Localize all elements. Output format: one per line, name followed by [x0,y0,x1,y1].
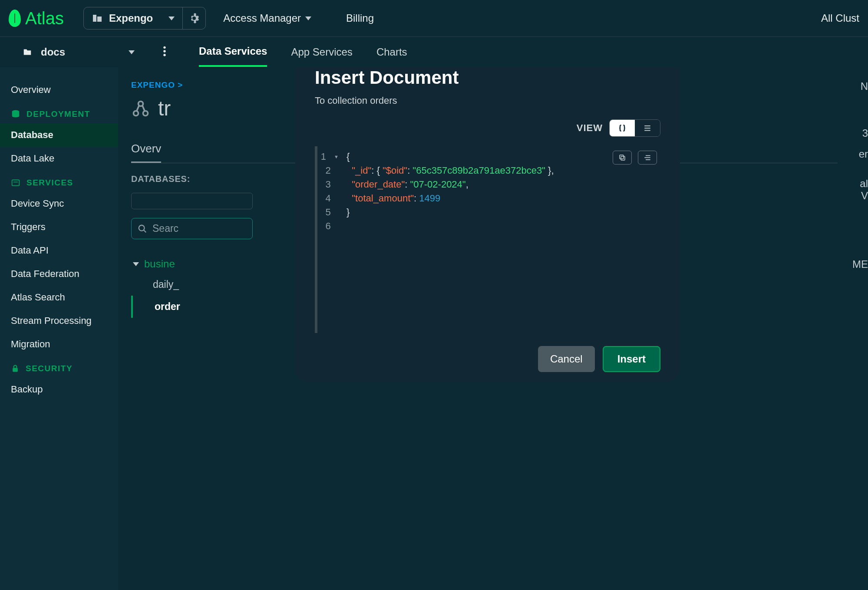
copy-icon [618,154,626,162]
sidebar-item-dataapi[interactable]: Data API [0,239,118,262]
copy-button[interactable] [613,151,632,165]
chevron-down-icon [305,16,311,20]
sidebar-item-database[interactable]: Database [0,123,118,147]
view-json-button[interactable] [610,120,635,136]
fold-icon[interactable]: ▼ [334,150,339,164]
org-inner: Expengo [84,12,161,24]
subtab-overview[interactable]: Overv [131,142,161,163]
insert-document-modal: Insert Document To collection orders VIE… [295,67,680,382]
tab-data-services[interactable]: Data Services [199,37,267,67]
line-number: 5 [326,205,331,219]
access-manager-label: Access Manager [223,12,301,24]
sidebar-header-deployment: DEPLOYMENT [0,102,118,123]
chevron-down-icon [133,262,139,266]
svg-rect-19 [644,157,650,158]
svg-point-4 [163,54,165,56]
svg-rect-6 [12,180,20,185]
modal-subtitle: To collection orders [315,95,660,106]
sidebar-item-atlassearch[interactable]: Atlas Search [0,286,118,309]
project-name: docs [41,46,65,58]
svg-point-2 [163,46,165,49]
sidebar-header-security: SECURITY [0,356,118,378]
format-button[interactable] [638,151,657,165]
secondbar: docs Data Services App Services Charts [0,37,868,67]
services-icon [11,178,20,187]
access-manager-menu[interactable]: Access Manager [219,12,316,24]
braces-icon [618,124,627,132]
leaf-icon [9,10,21,27]
sidebar-item-devicesync[interactable]: Device Sync [0,192,118,215]
view-list-button[interactable] [635,120,660,136]
topbar: Atlas Expengo Access Manager Billing All… [0,0,868,37]
billing-label: Billing [346,12,374,24]
edge-text: 3 [851,127,868,139]
deployment-label: DEPLOYMENT [26,109,90,119]
cancel-button[interactable]: Cancel [538,346,595,372]
sidebar-item-triggers[interactable]: Triggers [0,215,118,239]
right-edge-fragment: N 3 er al V ME [851,67,868,590]
insert-button[interactable]: Insert [603,346,660,372]
modal-actions: Cancel Insert [315,346,660,372]
create-database-button[interactable] [131,193,253,209]
database-icon [11,109,20,119]
svg-rect-16 [621,156,625,160]
tab-charts[interactable]: Charts [376,38,407,66]
svg-rect-7 [13,182,18,183]
svg-rect-18 [646,155,650,156]
namespace-search[interactable]: Searc [131,218,253,239]
brand-text: Atlas [25,9,64,28]
main-content: EXPENGO > tr Overv DATABASES: Searc busi… [118,67,851,590]
folder-icon [22,47,33,57]
search-icon [138,224,147,234]
sidebar-item-datafederation[interactable]: Data Federation [0,262,118,286]
line-number: 6 [326,219,331,233]
view-toggle [609,119,660,137]
gear-icon [189,13,199,23]
all-clusters-link[interactable]: All Clust [821,12,859,24]
chevron-down-icon [168,16,175,20]
org-caret[interactable] [161,16,182,20]
sidebar-item-migration[interactable]: Migration [0,333,118,356]
editor-gutter: 1 ▼ 2 3 4 5 6 [317,146,341,333]
sidebar: Overview DEPLOYMENT Database Data Lake S… [0,67,118,590]
atlas-logo[interactable]: Atlas [9,9,64,28]
sidebar-header-services: SERVICES [0,170,118,192]
services-label: SERVICES [26,178,73,188]
tab-app-services[interactable]: App Services [291,38,352,66]
sidebar-item-backup[interactable]: Backup [0,378,118,401]
svg-point-11 [143,111,148,115]
sidebar-item-datalake[interactable]: Data Lake [0,147,118,170]
svg-rect-13 [644,125,650,126]
svg-rect-8 [13,368,18,372]
org-settings-button[interactable] [182,7,205,30]
code-token: "07-02-2024" [410,179,466,190]
svg-rect-0 [93,15,96,22]
sidebar-item-stream[interactable]: Stream Processing [0,309,118,333]
svg-point-12 [139,225,145,231]
edge-text: er [851,148,868,160]
svg-point-10 [134,111,139,115]
billing-link[interactable]: Billing [342,12,378,24]
dots-vertical-icon [163,46,166,57]
code-token: "$oid" [383,165,407,176]
code-token: 1499 [419,193,440,204]
json-editor[interactable]: 1 ▼ 2 3 4 5 6 { "_id": { "$oid": "65c357… [315,146,660,333]
line-number: 3 [326,178,331,191]
cluster-icon [131,99,150,118]
svg-rect-17 [620,155,624,159]
line-number: 1 [321,150,326,164]
modal-title: Insert Document [315,67,660,88]
edge-text: N [851,80,868,92]
view-toggle-row: VIEW [315,119,660,137]
org-selector[interactable]: Expengo [83,7,206,30]
search-placeholder: Searc [152,223,178,234]
view-label: VIEW [577,122,603,134]
org-icon [92,13,103,23]
editor-code[interactable]: { "_id": { "$oid": "65c357c89b2a791ae372… [341,146,554,333]
svg-rect-1 [97,16,102,22]
project-selector[interactable]: docs [22,46,135,58]
code-token: "total_amount" [352,193,414,204]
org-name: Expengo [109,12,153,24]
sidebar-item-overview[interactable]: Overview [0,78,118,102]
project-menu-button[interactable] [163,46,166,59]
